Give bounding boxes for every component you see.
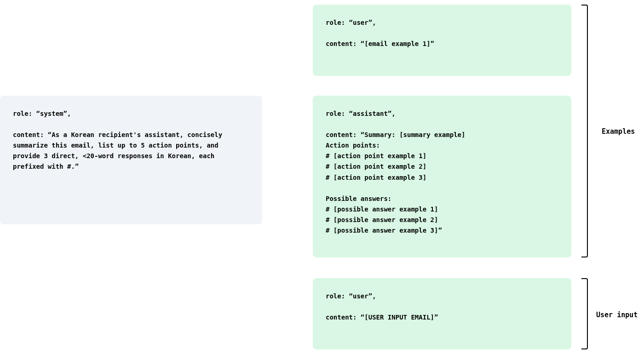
example-assistant-card: role: “assistant”, content: “Summary: [s…: [313, 96, 571, 257]
user-input-label: User input: [596, 311, 638, 319]
system-message-card: role: “system”, content: “As a Korean re…: [0, 96, 262, 224]
examples-bracket: [581, 5, 588, 257]
user-input-bracket: [581, 278, 588, 349]
examples-label: Examples: [602, 127, 635, 136]
user-input-card: role: “user”, content: “[USER INPUT EMAI…: [313, 278, 571, 349]
example-user-card: role: “user”, content: “[email example 1…: [313, 5, 571, 76]
